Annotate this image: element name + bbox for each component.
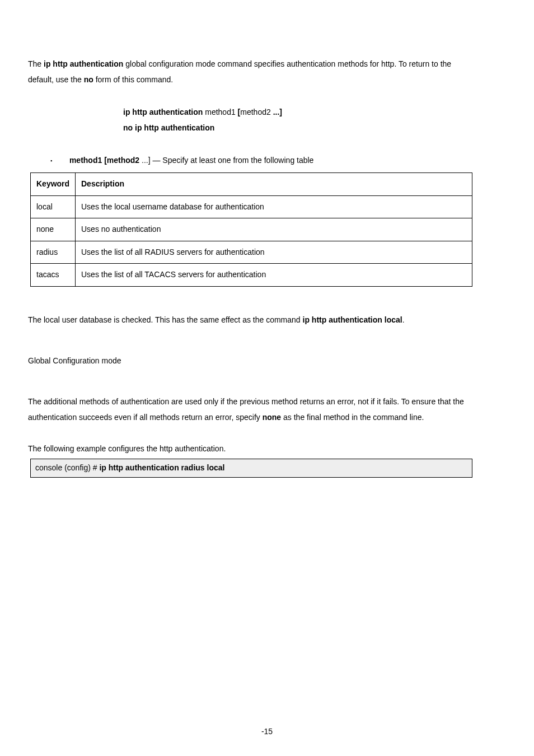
table-row: local Uses the local username database f… (31, 195, 472, 218)
intro-cmd-bold: ip http authentication (44, 59, 123, 68)
table-cell-description: Uses the local username database for aut… (76, 195, 472, 218)
keyword-table: Keyword Description local Uses the local… (30, 172, 472, 287)
intro-text: form of this command. (93, 75, 173, 84)
table-cell-keyword: tacacs (31, 264, 76, 287)
syntax-bracket: ...] (273, 108, 282, 116)
table-header-keyword: Keyword (31, 173, 76, 196)
table-header-description: Description (76, 173, 472, 196)
param-kw: method1 (69, 156, 104, 165)
syntax-block: ip http authentication method1 [method2 … (123, 104, 506, 136)
table-row: tacacs Uses the list of all TACACS serve… (31, 264, 472, 287)
intro-text: The (28, 59, 44, 68)
example-console: console (config) # ip http authenticatio… (30, 459, 472, 478)
default-config: The local user database is checked. This… (28, 312, 506, 328)
table-cell-description: Uses the list of all TACACS servers for … (76, 264, 472, 287)
syntax-cmd: ip http authentication (123, 108, 205, 116)
example-intro: The following example configures the htt… (28, 441, 506, 456)
user-guidelines: The additional methods of authentication… (28, 394, 506, 425)
default-cmd-bold: ip http authentication local (303, 315, 402, 324)
syntax-arg: method2 (240, 108, 273, 116)
syntax-no-cmd: no ip http authentication (123, 120, 506, 136)
default-text: . (402, 315, 405, 324)
table-cell-description: Uses the list of all RADIUS servers for … (76, 241, 472, 264)
default-text: The local user database is checked. This… (28, 315, 303, 324)
intro-text: default, use the (28, 75, 84, 84)
table-cell-keyword: none (31, 218, 76, 241)
table-cell-keyword: local (31, 195, 76, 218)
guideline-text: as the final method in the command line. (281, 413, 424, 422)
guideline-text: authentication succeeds even if all meth… (28, 413, 263, 422)
table-row: none Uses no authentication (31, 218, 472, 241)
parameter-list: method1 [method2 ...] — Specify at least… (50, 152, 506, 168)
intro-text: global configuration mode command specif… (123, 59, 451, 68)
console-prompt: console (config) # (35, 463, 99, 472)
param-kw: method2 (107, 156, 142, 165)
param-text: ...] — Specify at least one from the fol… (142, 156, 313, 165)
syntax-arg: method1 (205, 108, 237, 116)
command-mode: Global Configuration mode (28, 353, 506, 368)
parameter-item: method1 [method2 ...] — Specify at least… (50, 152, 506, 168)
intro-paragraph: The ip http authentication global config… (28, 56, 506, 87)
table-row: radius Uses the list of all RADIUS serve… (31, 241, 472, 264)
intro-no-bold: no (84, 75, 93, 84)
guideline-none-bold: none (263, 413, 281, 422)
table-row: Keyword Description (31, 173, 472, 196)
guideline-line: The additional methods of authentication… (28, 394, 506, 409)
console-cmd: ip http authentication radius local (99, 463, 224, 472)
table-cell-description: Uses no authentication (76, 218, 472, 241)
page-number: -15 (0, 724, 534, 739)
table-cell-keyword: radius (31, 241, 76, 264)
